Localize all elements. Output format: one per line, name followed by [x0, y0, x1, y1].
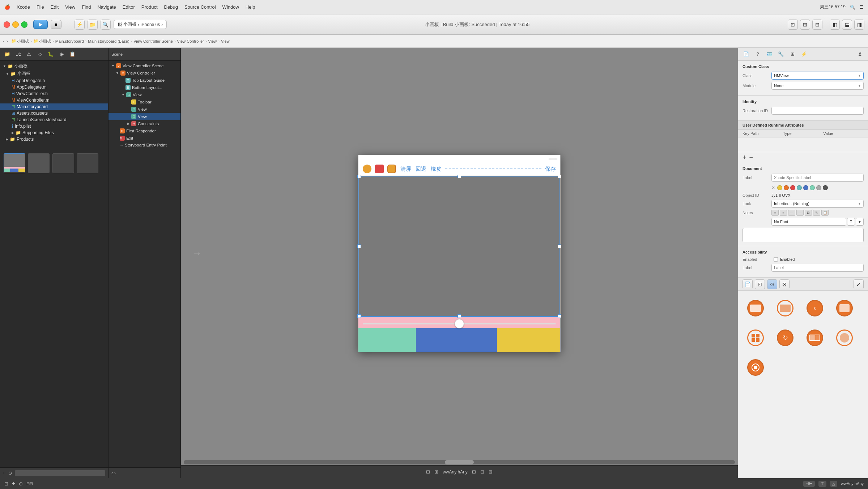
- breakpoint-nav-btn[interactable]: ◉: [57, 50, 66, 59]
- size-icon-1[interactable]: ⊡: [426, 469, 430, 475]
- handle-bot-right[interactable]: [558, 314, 561, 318]
- maximize-button[interactable]: [21, 21, 27, 28]
- mini-panel-2[interactable]: [28, 153, 50, 173]
- notes-btn-7[interactable]: 📋: [821, 210, 829, 216]
- menu-edit[interactable]: Edit: [51, 4, 59, 10]
- btn-clear[interactable]: 清屏: [400, 166, 411, 173]
- notes-btn-1[interactable]: ≡: [771, 210, 779, 216]
- notes-btn-2[interactable]: ≡: [780, 210, 787, 216]
- scene-first-responder[interactable]: ▶ R First Responder: [109, 127, 180, 135]
- color-dot-gray[interactable]: [816, 185, 821, 190]
- test-nav-btn[interactable]: ◇: [35, 50, 44, 59]
- obj-library-btn-3[interactable]: ⊙: [767, 279, 777, 289]
- breadcrumb-scene[interactable]: View Controller Scene: [133, 39, 173, 43]
- toolbar-square-red[interactable]: [375, 165, 384, 173]
- scene-vc[interactable]: ▼ V View Controller: [109, 69, 180, 77]
- scene-view-parent[interactable]: ▼ □ View: [109, 91, 180, 98]
- scene-top-layout[interactable]: ▶ T Top Layout Guide: [109, 77, 180, 84]
- mini-panel-1[interactable]: [4, 153, 25, 173]
- version-editor-btn[interactable]: ⊟: [812, 20, 822, 30]
- menu-source-control[interactable]: Source Control: [184, 4, 216, 10]
- tree-project-root[interactable]: ▼ 📁 小画板: [0, 62, 108, 70]
- scene-forward-btn[interactable]: ›: [114, 471, 116, 476]
- file-nav-btn[interactable]: 📁: [88, 20, 98, 30]
- scene-view-child1[interactable]: ▶ □ View: [109, 106, 180, 113]
- mini-panel-3[interactable]: [52, 153, 74, 173]
- align-btn[interactable]: ⊤: [818, 481, 826, 487]
- add-attribute-btn[interactable]: +: [743, 154, 746, 161]
- tree-file-infoplist[interactable]: ℹ Info.plist: [0, 123, 108, 129]
- obj-library-expand-btn[interactable]: ⤢: [854, 279, 864, 289]
- notes-btn-4[interactable]: —: [796, 210, 804, 216]
- obj-item-tablegroup[interactable]: [831, 294, 858, 322]
- status-add-btn[interactable]: +: [12, 480, 15, 487]
- tree-file-assets[interactable]: ⊞ Assets.xcassets: [0, 110, 108, 116]
- apple-menu[interactable]: 🍎: [4, 4, 10, 10]
- scene-exit[interactable]: ▶ ⊠ Exit: [109, 135, 180, 142]
- tree-file-appdelegate-m[interactable]: M AppDelegate.m: [0, 84, 108, 90]
- source-nav-btn[interactable]: ⎇: [14, 50, 22, 59]
- scene-toolbar-item[interactable]: ▶ T Toolbar: [109, 98, 180, 106]
- status-refresh-btn[interactable]: ⊙: [19, 481, 23, 486]
- font-icon-btn[interactable]: T: [847, 218, 855, 226]
- identity-inspector-btn[interactable]: 🪪: [764, 49, 774, 59]
- handle-bot-left[interactable]: [357, 314, 361, 318]
- obj-library-btn-1[interactable]: 📄: [743, 279, 753, 289]
- obj-item-split[interactable]: [801, 324, 829, 352]
- scheme-selector[interactable]: 🖼 小画板 › iPhone 6s ›: [114, 20, 167, 29]
- resize-handle[interactable]: [864, 48, 867, 478]
- handle-top-right[interactable]: [558, 175, 561, 178]
- color-dot-blue[interactable]: [803, 185, 808, 190]
- breadcrumb-storyboard[interactable]: Main.storyboard: [55, 39, 84, 43]
- tree-file-launchscreen[interactable]: ⊡ LaunchScreen.storyboard: [0, 116, 108, 123]
- expand-btn[interactable]: ⊻: [855, 49, 865, 59]
- menu-icon[interactable]: ☰: [860, 5, 864, 10]
- file-inspector-btn[interactable]: 📄: [741, 49, 751, 59]
- sidebar-toggle-btn[interactable]: ⚡: [75, 20, 85, 30]
- mini-panel-4[interactable]: [77, 153, 98, 173]
- restoration-id-input[interactable]: [771, 107, 864, 115]
- breadcrumb-project[interactable]: 📁 小画板: [11, 38, 29, 44]
- tree-folder-products[interactable]: ▶ 📁 Products: [0, 136, 108, 143]
- horizontal-scrollbar[interactable]: [184, 460, 735, 464]
- scene-entry-point[interactable]: ▶ → Storyboard Entry Point: [109, 142, 180, 148]
- menu-file[interactable]: File: [37, 4, 44, 10]
- tree-folder-supporting[interactable]: ▶ 📁 Supporting Files: [0, 129, 108, 136]
- scene-bottom-layout[interactable]: ▶ B Bottom Layout...: [109, 84, 180, 91]
- breadcrumb-group[interactable]: 📁 小画板: [33, 38, 51, 44]
- nav-back-icon[interactable]: ‹: [3, 39, 4, 43]
- menu-view[interactable]: View: [65, 4, 75, 10]
- breadcrumb-view[interactable]: View: [208, 39, 217, 43]
- notes-textarea[interactable]: [743, 228, 864, 242]
- module-select[interactable]: None ▼: [771, 82, 864, 90]
- slider-track[interactable]: [363, 323, 556, 324]
- notes-btn-3[interactable]: —: [788, 210, 795, 216]
- btn-save[interactable]: 保存: [545, 166, 556, 173]
- btn-eraser[interactable]: 橡皮: [431, 166, 442, 173]
- color-dot-teal[interactable]: [797, 185, 802, 190]
- label-input[interactable]: [771, 174, 864, 182]
- remove-attribute-btn[interactable]: −: [749, 154, 753, 161]
- standard-editor-btn[interactable]: ⊡: [788, 20, 798, 30]
- scene-constraints[interactable]: ▶ ⊣ Constraints: [109, 120, 180, 127]
- assistant-editor-btn[interactable]: ⊞: [800, 20, 810, 30]
- menu-debug[interactable]: Debug: [164, 4, 178, 10]
- report-nav-btn[interactable]: 📋: [68, 50, 77, 59]
- handle-mid-right[interactable]: [558, 244, 561, 248]
- menu-find[interactable]: Find: [82, 4, 91, 10]
- color-dot-dark[interactable]: [823, 185, 828, 190]
- canvas-content[interactable]: → ━━━━: [181, 48, 738, 459]
- class-select[interactable]: HMView ▼: [771, 72, 864, 80]
- handle-mid-left[interactable]: [357, 244, 361, 248]
- handle-top-left[interactable]: [357, 175, 361, 178]
- navigator-btn[interactable]: ◧: [830, 20, 840, 30]
- scene-view-child2[interactable]: ▶ □ View: [109, 113, 180, 120]
- tree-file-main-storyboard[interactable]: ⊡ Main.storyboard: [0, 103, 108, 110]
- color-dot-red[interactable]: [790, 185, 795, 190]
- filter-input[interactable]: [15, 470, 105, 476]
- menu-window[interactable]: Window: [222, 4, 239, 10]
- font-size-btn[interactable]: ▼: [856, 218, 864, 226]
- quick-help-btn[interactable]: ?: [753, 49, 763, 59]
- notes-btn-6[interactable]: ✎: [813, 210, 820, 216]
- status-left-icon[interactable]: ⊡: [4, 481, 8, 486]
